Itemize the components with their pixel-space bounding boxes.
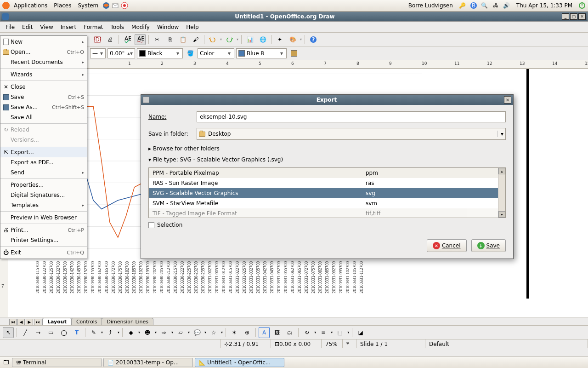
file-menu-item[interactable]: ⇱Export...	[0, 147, 87, 157]
fill-color-combo[interactable]: Blue 8▾	[236, 48, 287, 58]
arrow-style-combo[interactable]: —▾	[90, 48, 106, 58]
folder-combo[interactable]: Desktop ▾	[197, 128, 506, 140]
taskbar-draw[interactable]: 📐 Untitled1 - OpenOffic...	[195, 358, 284, 367]
flowchart-icon[interactable]: ▱	[175, 327, 186, 338]
tab-dimension-lines[interactable]: Dimension Lines	[102, 318, 153, 325]
file-menu-item[interactable]: Digital Signatures...	[0, 190, 87, 200]
undo-icon[interactable]	[207, 34, 218, 45]
show-desktop-icon[interactable]: 🗔	[2, 358, 10, 367]
basic-shapes-icon[interactable]: ◆	[125, 327, 136, 338]
search-icon[interactable]: 🔍	[481, 1, 489, 10]
filetype-row[interactable]: TIF - Tagged Image File Formattif,tiff	[149, 208, 498, 218]
curve-tool-icon[interactable]: ✎	[88, 327, 99, 338]
menu-view[interactable]: View	[36, 23, 57, 31]
menu-help[interactable]: Help	[182, 23, 202, 31]
shadow-icon[interactable]	[288, 48, 300, 59]
filetype-row[interactable]: SVG - Scalable Vector Graphicssvg	[149, 188, 498, 198]
sys-menu-applications[interactable]: Applications	[11, 1, 50, 10]
align-icon[interactable]: ≡	[318, 327, 329, 338]
navigator-icon[interactable]: ✦	[274, 34, 285, 45]
rectangle-tool-icon[interactable]: ▭	[45, 327, 57, 338]
tab-nav-first[interactable]: ⏮	[9, 319, 17, 325]
tab-nav-prev[interactable]: ◀	[17, 319, 25, 325]
file-menu-item[interactable]: Save All	[0, 112, 87, 122]
tab-layout[interactable]: Layout	[42, 318, 72, 325]
menu-format[interactable]: Format	[80, 23, 107, 31]
hyperlink-icon[interactable]: 🌐	[257, 34, 268, 45]
autospell-icon[interactable]: ABC	[135, 34, 146, 45]
file-menu-item[interactable]: SaveCtrl+S	[0, 92, 87, 102]
close-button[interactable]: ✕	[578, 13, 586, 20]
from-file-icon[interactable]: 🖼	[271, 327, 283, 338]
copy-icon[interactable]: ⎘	[164, 34, 175, 45]
menu-file[interactable]: File	[2, 23, 18, 31]
taskbar-calc[interactable]: 📄 20100331-temp - Op...	[103, 358, 193, 367]
sys-menu-places[interactable]: Places	[51, 1, 74, 10]
format-paintbrush-icon[interactable]: 🖌	[190, 34, 201, 45]
tab-nav-next[interactable]: ▶	[26, 319, 33, 325]
volume-icon[interactable]: 🔊	[503, 1, 511, 10]
filetype-row[interactable]: PPM - Portable Pixelmapppm	[149, 168, 498, 178]
file-menu-item[interactable]: ✕Close	[0, 82, 87, 92]
tab-controls[interactable]: Controls	[71, 318, 102, 325]
file-menu-item[interactable]: Save As...Ctrl+Shift+S	[0, 102, 87, 112]
area-icon[interactable]: 🪣	[185, 48, 196, 59]
gallery2-icon[interactable]: 🗂	[284, 327, 295, 338]
file-menu-item[interactable]: 🖨Print...Ctrl+P	[0, 225, 87, 235]
file-menu-item[interactable]: Open...Ctrl+O	[0, 47, 87, 57]
rotate-icon[interactable]: ↻	[301, 327, 312, 338]
app-titlebar[interactable]: Untitled1 - OpenOffice.org Draw _ ▢ ✕	[0, 12, 588, 22]
fontwork-icon[interactable]: A	[259, 327, 270, 338]
arrange-icon[interactable]: ⬚	[334, 327, 345, 338]
block-arrows-icon[interactable]: ⇨	[158, 327, 170, 338]
file-menu-item[interactable]: Wizards▸	[0, 69, 87, 80]
file-menu-item[interactable]: Export as PDF...	[0, 157, 87, 167]
gallery-icon[interactable]: 🎨	[287, 34, 298, 45]
minimize-button[interactable]: _	[562, 13, 569, 20]
file-menu-item[interactable]: ⏻ExitCtrl+Q	[0, 247, 87, 258]
keyring-icon[interactable]: 🔑	[458, 1, 467, 10]
ellipse-tool-icon[interactable]: ◯	[58, 327, 69, 338]
print-icon[interactable]: 🖨	[105, 34, 116, 45]
file-menu-item[interactable]: Send▸	[0, 167, 87, 178]
sys-menu-system[interactable]: System	[75, 1, 101, 10]
filetype-list[interactable]: PPM - Portable PixelmapppmRAS - Sun Rast…	[148, 167, 506, 218]
network-icon[interactable]: 🖧	[492, 1, 500, 10]
menu-edit[interactable]: Edit	[18, 23, 36, 31]
dialog-close-button[interactable]: ✕	[504, 96, 511, 104]
status-zoom[interactable]: 75%	[322, 339, 343, 348]
maximize-button[interactable]: ▢	[570, 13, 577, 20]
sys-clock[interactable]: Thu Apr 15, 1:33 PM	[514, 1, 575, 10]
callouts-icon[interactable]: 💬	[192, 327, 203, 338]
file-menu-item[interactable]: Printer Settings...	[0, 235, 87, 245]
chart-icon[interactable]: 📊	[244, 34, 255, 45]
file-menu-item[interactable]: Templates▸	[0, 200, 87, 210]
extrusion-icon[interactable]: ◪	[355, 327, 366, 338]
line-color-combo[interactable]: Black▾	[137, 48, 183, 58]
scroll-up-icon[interactable]: ▴	[498, 168, 505, 174]
glue-icon[interactable]: ⊕	[242, 327, 253, 338]
select-tool-icon[interactable]: ↖	[3, 327, 14, 338]
file-menu-item[interactable]: Properties...	[0, 180, 87, 190]
browse-folders-expander[interactable]: ▸ Browse for other folders	[148, 145, 506, 152]
taskbar-terminal[interactable]: 🖳 Terminal	[12, 358, 102, 367]
paste-icon[interactable]: 📋	[177, 34, 188, 45]
text-tool-icon[interactable]: T	[71, 327, 82, 338]
arrow-tool-icon[interactable]: →	[33, 327, 44, 338]
file-menu-item[interactable]: Recent Documents▸	[0, 57, 87, 67]
cancel-button[interactable]: ✕ Cancel	[427, 239, 467, 252]
scroll-down-icon[interactable]: ▾	[498, 211, 505, 218]
bluetooth-icon[interactable]: B	[469, 1, 478, 10]
points-icon[interactable]: ✶	[229, 327, 240, 338]
connector-tool-icon[interactable]: ⤴	[105, 327, 116, 338]
line-tool-icon[interactable]: ╱	[20, 327, 31, 338]
export-pdf-icon[interactable]: PDF	[92, 34, 103, 45]
filetype-expander[interactable]: ▾ File type: SVG - Scalable Vector Graph…	[148, 156, 506, 163]
filetype-row[interactable]: SVM - StarView Metafilesvm	[149, 198, 498, 208]
evolution-icon[interactable]	[111, 1, 119, 10]
file-menu-item[interactable]: New▸	[0, 37, 87, 47]
dialog-titlebar[interactable]: Export ✕	[141, 95, 513, 105]
fill-mode-combo[interactable]: Color▾	[198, 48, 234, 58]
line-width-combo[interactable]: 0.00"▴▾	[107, 48, 135, 58]
save-button[interactable]: ↓ Save	[471, 239, 506, 252]
